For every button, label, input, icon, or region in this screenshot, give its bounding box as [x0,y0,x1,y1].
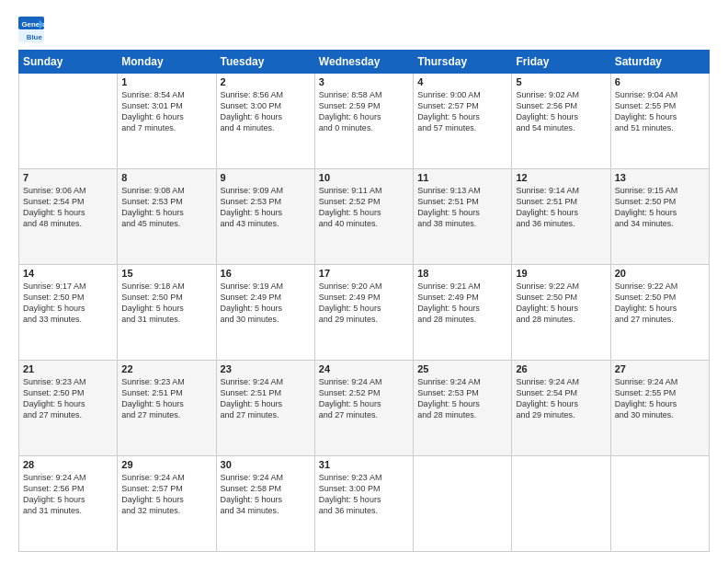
day-number: 27 [615,363,705,374]
calendar-cell: 10Sunrise: 9:11 AMSunset: 2:52 PMDayligh… [314,169,413,265]
day-info: Sunrise: 9:19 AMSunset: 2:49 PMDaylight:… [221,281,311,326]
day-number: 16 [221,268,311,279]
calendar-cell: 30Sunrise: 9:24 AMSunset: 2:58 PMDayligh… [216,456,314,552]
day-header-monday: Monday [118,51,216,74]
week-row-2: 14Sunrise: 9:17 AMSunset: 2:50 PMDayligh… [19,265,710,361]
day-number: 19 [516,268,606,279]
logo-icon: General Blue [18,17,44,42]
calendar-cell: 11Sunrise: 9:13 AMSunset: 2:51 PMDayligh… [414,169,512,265]
calendar-cell: 1Sunrise: 8:54 AMSunset: 3:01 PMDaylight… [118,74,216,169]
day-number: 31 [319,459,409,470]
calendar-cell: 19Sunrise: 9:22 AMSunset: 2:50 PMDayligh… [512,265,610,361]
calendar-cell: 31Sunrise: 9:23 AMSunset: 3:00 PMDayligh… [314,456,413,552]
calendar-cell: 20Sunrise: 9:22 AMSunset: 2:50 PMDayligh… [610,265,709,361]
week-row-1: 7Sunrise: 9:06 AMSunset: 2:54 PMDaylight… [19,169,710,265]
logo: General Blue [18,17,48,42]
day-info: Sunrise: 9:24 AMSunset: 2:53 PMDaylight:… [417,376,507,421]
day-number: 20 [615,268,705,279]
day-number: 9 [221,172,311,183]
day-number: 24 [319,363,409,374]
day-number: 11 [417,172,507,183]
day-number: 5 [516,76,606,87]
day-number: 14 [23,268,113,279]
day-info: Sunrise: 9:24 AMSunset: 2:56 PMDaylight:… [23,472,113,517]
day-info: Sunrise: 9:15 AMSunset: 2:50 PMDaylight:… [615,185,705,230]
day-info: Sunrise: 9:21 AMSunset: 2:49 PMDaylight:… [417,281,507,326]
day-info: Sunrise: 8:56 AMSunset: 3:00 PMDaylight:… [221,89,311,134]
calendar-cell: 22Sunrise: 9:23 AMSunset: 2:51 PMDayligh… [118,361,216,456]
calendar-cell: 28Sunrise: 9:24 AMSunset: 2:56 PMDayligh… [19,456,118,552]
calendar-table: SundayMondayTuesdayWednesdayThursdayFrid… [18,50,710,552]
day-number: 12 [516,172,606,183]
day-info: Sunrise: 9:13 AMSunset: 2:51 PMDaylight:… [417,185,507,230]
day-number: 8 [121,172,211,183]
day-number: 10 [319,172,409,183]
day-info: Sunrise: 9:24 AMSunset: 2:52 PMDaylight:… [319,376,409,421]
svg-text:Blue: Blue [27,33,43,41]
day-info: Sunrise: 9:00 AMSunset: 2:57 PMDaylight:… [417,89,507,134]
calendar-cell: 23Sunrise: 9:24 AMSunset: 2:51 PMDayligh… [216,361,314,456]
day-info: Sunrise: 9:23 AMSunset: 2:51 PMDaylight:… [121,376,211,421]
day-number: 1 [121,76,211,87]
week-row-3: 21Sunrise: 9:23 AMSunset: 2:50 PMDayligh… [19,361,710,456]
calendar-cell: 9Sunrise: 9:09 AMSunset: 2:53 PMDaylight… [216,169,314,265]
day-number: 26 [516,363,606,374]
calendar-cell: 12Sunrise: 9:14 AMSunset: 2:51 PMDayligh… [512,169,610,265]
day-number: 28 [23,459,113,470]
header: General Blue [18,17,710,42]
day-number: 22 [121,363,211,374]
day-header-sunday: Sunday [19,51,118,74]
calendar-cell: 29Sunrise: 9:24 AMSunset: 2:57 PMDayligh… [118,456,216,552]
day-info: Sunrise: 9:22 AMSunset: 2:50 PMDaylight:… [615,281,705,326]
day-number: 21 [23,363,113,374]
day-info: Sunrise: 9:09 AMSunset: 2:53 PMDaylight:… [221,185,311,230]
calendar-cell [512,456,610,552]
day-header-thursday: Thursday [414,51,512,74]
day-info: Sunrise: 9:14 AMSunset: 2:51 PMDaylight:… [516,185,606,230]
day-header-friday: Friday [512,51,610,74]
day-number: 23 [221,363,311,374]
day-info: Sunrise: 9:04 AMSunset: 2:55 PMDaylight:… [615,89,705,134]
day-info: Sunrise: 9:22 AMSunset: 2:50 PMDaylight:… [516,281,606,326]
day-number: 3 [319,76,409,87]
calendar-cell: 26Sunrise: 9:24 AMSunset: 2:54 PMDayligh… [512,361,610,456]
day-info: Sunrise: 8:54 AMSunset: 3:01 PMDaylight:… [121,89,211,134]
day-number: 2 [221,76,311,87]
day-number: 17 [319,268,409,279]
day-number: 15 [121,268,211,279]
day-number: 25 [417,363,507,374]
day-header-wednesday: Wednesday [314,51,413,74]
calendar-cell [610,456,709,552]
day-info: Sunrise: 9:11 AMSunset: 2:52 PMDaylight:… [319,185,409,230]
day-number: 29 [121,459,211,470]
day-info: Sunrise: 9:23 AMSunset: 2:50 PMDaylight:… [23,376,113,421]
day-info: Sunrise: 9:23 AMSunset: 3:00 PMDaylight:… [319,472,409,517]
day-info: Sunrise: 9:18 AMSunset: 2:50 PMDaylight:… [121,281,211,326]
day-info: Sunrise: 9:24 AMSunset: 2:51 PMDaylight:… [221,376,311,421]
calendar-cell: 16Sunrise: 9:19 AMSunset: 2:49 PMDayligh… [216,265,314,361]
calendar-cell: 18Sunrise: 9:21 AMSunset: 2:49 PMDayligh… [414,265,512,361]
calendar-cell: 5Sunrise: 9:02 AMSunset: 2:56 PMDaylight… [512,74,610,169]
day-number: 4 [417,76,507,87]
calendar-cell: 14Sunrise: 9:17 AMSunset: 2:50 PMDayligh… [19,265,118,361]
calendar-cell [19,74,118,169]
day-number: 13 [615,172,705,183]
day-info: Sunrise: 9:17 AMSunset: 2:50 PMDaylight:… [23,281,113,326]
calendar-cell: 2Sunrise: 8:56 AMSunset: 3:00 PMDaylight… [216,74,314,169]
calendar-cell: 24Sunrise: 9:24 AMSunset: 2:52 PMDayligh… [314,361,413,456]
calendar-cell: 4Sunrise: 9:00 AMSunset: 2:57 PMDaylight… [414,74,512,169]
calendar-cell: 3Sunrise: 8:58 AMSunset: 2:59 PMDaylight… [314,74,413,169]
day-info: Sunrise: 9:06 AMSunset: 2:54 PMDaylight:… [23,185,113,230]
day-info: Sunrise: 9:20 AMSunset: 2:49 PMDaylight:… [319,281,409,326]
day-number: 30 [221,459,311,470]
day-info: Sunrise: 9:24 AMSunset: 2:58 PMDaylight:… [221,472,311,517]
calendar-cell: 21Sunrise: 9:23 AMSunset: 2:50 PMDayligh… [19,361,118,456]
day-info: Sunrise: 9:24 AMSunset: 2:55 PMDaylight:… [615,376,705,421]
day-info: Sunrise: 9:02 AMSunset: 2:56 PMDaylight:… [516,89,606,134]
day-info: Sunrise: 9:24 AMSunset: 2:54 PMDaylight:… [516,376,606,421]
week-row-0: 1Sunrise: 8:54 AMSunset: 3:01 PMDaylight… [19,74,710,169]
calendar-cell: 13Sunrise: 9:15 AMSunset: 2:50 PMDayligh… [610,169,709,265]
calendar-header-row: SundayMondayTuesdayWednesdayThursdayFrid… [19,51,710,74]
calendar-cell: 8Sunrise: 9:08 AMSunset: 2:53 PMDaylight… [118,169,216,265]
day-info: Sunrise: 9:08 AMSunset: 2:53 PMDaylight:… [121,185,211,230]
